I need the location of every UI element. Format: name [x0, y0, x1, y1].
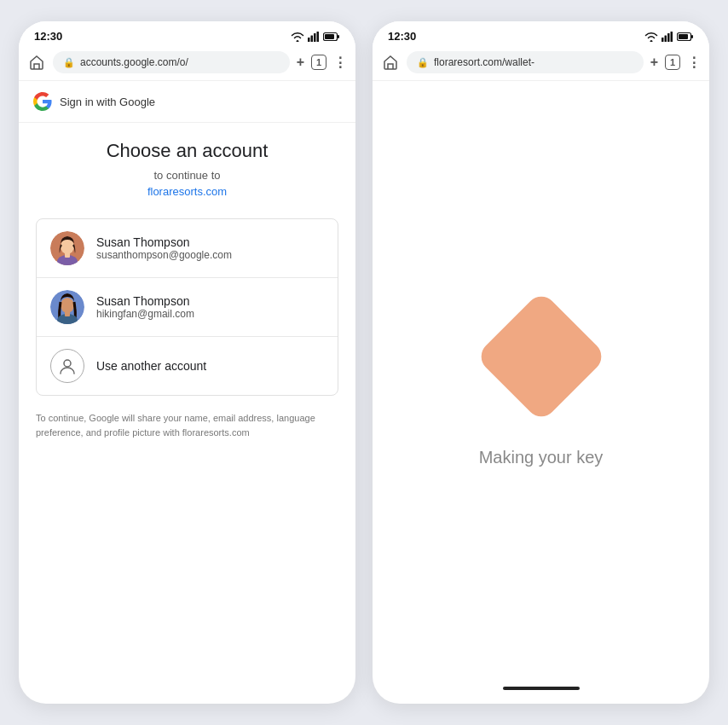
battery-icon-right [677, 32, 694, 42]
avatar-1 [50, 231, 84, 265]
diamond-icon [475, 290, 608, 423]
right-status-icons [644, 32, 694, 42]
google-g-logo [32, 91, 53, 112]
disclaimer-text: To continue, Google will share your name… [36, 411, 338, 439]
account-name-2: Susan Thompson [96, 294, 194, 308]
making-key-text: Making your key [479, 448, 604, 467]
svg-rect-10 [65, 252, 70, 258]
avatar-img-1 [50, 231, 84, 265]
svg-rect-6 [325, 34, 334, 39]
tab-count[interactable]: 1 [311, 55, 326, 70]
account-email-1: susanthompson@google.com [96, 249, 232, 261]
signal-icon-right [662, 32, 673, 42]
svg-rect-17 [665, 35, 667, 42]
menu-dots-icon[interactable]: ⋮ [333, 55, 347, 71]
left-status-icons [291, 32, 340, 42]
add-account-icon [50, 349, 84, 383]
home-icon[interactable] [27, 53, 46, 72]
avatar-2 [50, 290, 84, 324]
key-making-content: Making your key [373, 81, 709, 678]
svg-rect-22 [679, 34, 688, 39]
svg-point-8 [61, 239, 74, 254]
use-another-account-item[interactable]: Use another account [37, 337, 338, 395]
right-status-bar: 12:30 [373, 21, 709, 46]
right-url-bar[interactable]: 🔒 floraresort.com/wallet- [407, 51, 644, 73]
signin-content: Choose an account to continue to florare… [19, 123, 355, 704]
svg-rect-21 [691, 35, 693, 38]
svg-rect-3 [317, 32, 320, 42]
left-browser-chrome: 🔒 accounts.google.com/o/ + 1 ⋮ [19, 46, 355, 81]
left-url-text: accounts.google.com/o/ [80, 56, 188, 68]
home-icon-right[interactable] [381, 53, 400, 72]
avatar-img-2 [50, 290, 84, 324]
svg-rect-5 [338, 35, 339, 38]
account-details-1: Susan Thompson susanthompson@google.com [96, 235, 232, 261]
lock-icon: 🔒 [63, 57, 75, 68]
right-phone: 12:30 [373, 21, 709, 704]
svg-rect-19 [671, 32, 673, 42]
continue-to-text: to continue to [36, 169, 338, 182]
right-browser-actions: + 1 ⋮ [650, 55, 701, 71]
svg-rect-14 [65, 311, 70, 316]
signin-header-text: Sign in with Google [60, 96, 155, 108]
battery-icon [323, 32, 340, 42]
svg-point-12 [61, 298, 74, 313]
svg-rect-1 [311, 35, 314, 42]
svg-rect-0 [308, 38, 310, 42]
svg-point-15 [64, 360, 71, 367]
new-tab-icon-right[interactable]: + [650, 55, 658, 70]
choose-account-heading: Choose an account [36, 140, 338, 162]
menu-dots-icon-right[interactable]: ⋮ [687, 55, 701, 71]
right-url-text: floraresort.com/wallet- [434, 56, 534, 68]
svg-rect-2 [314, 33, 316, 42]
account-email-2: hikingfan@gmail.com [96, 308, 194, 320]
left-url-bar[interactable]: 🔒 accounts.google.com/o/ [53, 51, 290, 73]
svg-rect-18 [667, 33, 670, 42]
left-phone: 12:30 [19, 21, 355, 704]
right-browser-chrome: 🔒 floraresort.com/wallet- + 1 ⋮ [373, 46, 709, 81]
account-item-2[interactable]: Susan Thompson hikingfan@gmail.com [37, 278, 338, 337]
wifi-icon [291, 32, 304, 42]
home-bar [503, 687, 580, 690]
account-details-2: Susan Thompson hikingfan@gmail.com [96, 294, 194, 320]
right-status-time: 12:30 [388, 30, 416, 43]
left-status-time: 12:30 [34, 30, 62, 43]
wifi-icon-right [644, 32, 658, 42]
signal-icon [308, 32, 320, 42]
google-signin-header: Sign in with Google [19, 81, 355, 123]
use-another-account-label: Use another account [96, 359, 206, 373]
account-name-1: Susan Thompson [96, 235, 232, 249]
new-tab-icon[interactable]: + [297, 55, 304, 70]
left-browser-actions: + 1 ⋮ [297, 55, 347, 71]
account-item-1[interactable]: Susan Thompson susanthompson@google.com [37, 219, 338, 278]
left-status-bar: 12:30 [19, 21, 355, 46]
site-link[interactable]: floraresorts.com [36, 185, 338, 198]
svg-rect-16 [662, 38, 664, 42]
bottom-indicator [373, 678, 709, 704]
lock-icon-right: 🔒 [417, 57, 429, 68]
account-list: Susan Thompson susanthompson@google.com [36, 218, 338, 396]
tab-count-right[interactable]: 1 [665, 55, 680, 70]
